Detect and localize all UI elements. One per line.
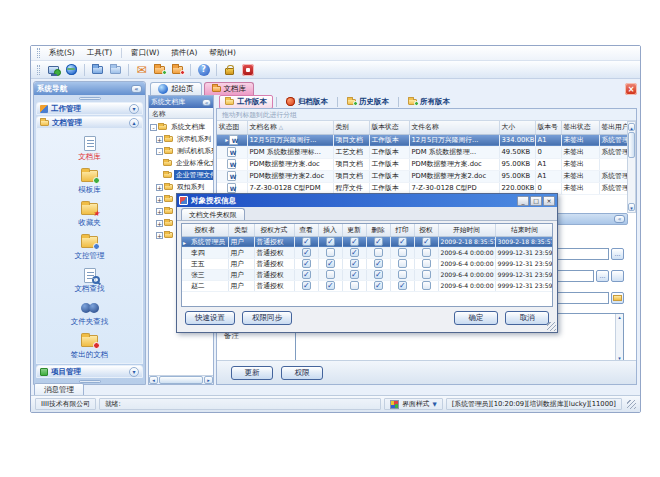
- menu-window[interactable]: 窗口(W): [125, 47, 165, 59]
- folder-remove-icon[interactable]: [170, 62, 185, 77]
- permission-checkbox-unchecked[interactable]: [374, 248, 383, 257]
- permission-checkbox-checked[interactable]: [326, 259, 335, 268]
- minimize-button[interactable]: [517, 196, 529, 206]
- tab-history-version[interactable]: 历史版本: [341, 95, 395, 109]
- column-header-checkout-status[interactable]: 签出状态: [561, 121, 599, 134]
- permission-checkbox-checked[interactable]: [302, 270, 311, 279]
- permission-checkbox-checked[interactable]: [374, 270, 383, 279]
- cancel-button[interactable]: 取消: [505, 311, 549, 325]
- column-header-update[interactable]: 更新: [342, 224, 366, 236]
- column-header-auth-mode[interactable]: 授权方式: [254, 224, 294, 236]
- collapse-icon[interactable]: [156, 148, 163, 155]
- collapse-icon[interactable]: [150, 124, 157, 131]
- sidebar-item-doc-search[interactable]: 文档查找: [37, 264, 142, 297]
- column-header-insert[interactable]: 插入: [318, 224, 342, 236]
- tree-column-header[interactable]: 名称: [149, 108, 213, 119]
- tree-node-root[interactable]: 系统文档库: [149, 121, 213, 133]
- computer-sync-icon[interactable]: [46, 62, 61, 77]
- column-header-authorize[interactable]: 授权: [414, 224, 438, 236]
- column-header-docname[interactable]: 文档名称: [247, 121, 333, 134]
- textarea-scrollbar[interactable]: ▴▾: [615, 314, 623, 362]
- column-header-filename[interactable]: 文件名称: [409, 121, 499, 134]
- tree-node-selected[interactable]: 企业管理文件: [149, 169, 213, 181]
- close-icon[interactable]: [543, 196, 555, 206]
- column-header-view[interactable]: 查看: [294, 224, 318, 236]
- tab-archive-version[interactable]: 归档版本: [280, 95, 334, 109]
- permission-checkbox-unchecked[interactable]: [422, 281, 431, 290]
- update-button[interactable]: 更新: [231, 366, 273, 380]
- mail-icon[interactable]: [134, 62, 149, 77]
- expand-icon[interactable]: [156, 184, 163, 191]
- table-row[interactable]: 王五用户普通授权2009-6-4 0:00:009999-12-31 23:59…: [182, 258, 553, 269]
- column-header-grantee[interactable]: 授权者: [182, 224, 228, 236]
- permission-checkbox-checked[interactable]: [302, 237, 311, 246]
- group-project-management[interactable]: 项目管理: [36, 365, 143, 378]
- permission-checkbox-checked[interactable]: [374, 259, 383, 268]
- chevron-down-icon[interactable]: [129, 367, 139, 377]
- permission-checkbox-checked[interactable]: [350, 237, 359, 246]
- column-header-category[interactable]: 类别: [333, 121, 369, 134]
- tree-h-scrollbar[interactable]: [149, 375, 213, 384]
- quick-setup-button[interactable]: 快速设置: [185, 311, 235, 325]
- permission-checkbox-checked[interactable]: [350, 259, 359, 268]
- perm-sync-button[interactable]: 权限同步: [242, 311, 292, 325]
- ok-button[interactable]: 确定: [454, 311, 498, 325]
- permission-checkbox-unchecked[interactable]: [398, 270, 407, 279]
- tree-node[interactable]: 演示机系列: [149, 133, 213, 145]
- table-row[interactable]: 12月5日万兴隆周行...项目文档工作版本12月5日万兴隆周行...334.00…: [217, 134, 627, 146]
- menubar-grip[interactable]: [37, 48, 40, 58]
- permission-checkbox-unchecked[interactable]: [326, 248, 335, 257]
- pin-button[interactable]: [202, 99, 211, 106]
- sidebar-splitter[interactable]: [34, 95, 145, 101]
- collapse-sidebar-button[interactable]: [131, 85, 142, 93]
- open-folder-icon[interactable]: [90, 62, 105, 77]
- menu-system[interactable]: 系统(S): [43, 47, 81, 59]
- menu-help[interactable]: 帮助(H): [203, 47, 242, 59]
- ellipsis-button[interactable]: [611, 248, 624, 260]
- table-row[interactable]: 李四用户普通授权2009-6-4 0:00:009999-12-31 23:59…: [182, 247, 553, 258]
- exit-icon[interactable]: [240, 62, 255, 77]
- ui-style-dropdown[interactable]: 界面样式: [384, 398, 442, 410]
- tab-doc-library[interactable]: 文档库: [204, 82, 255, 95]
- group-by-bar[interactable]: 拖动列标题到此进行分组: [217, 109, 636, 121]
- maximize-button[interactable]: [530, 196, 542, 206]
- permission-checkbox-checked[interactable]: [398, 281, 407, 290]
- menu-tools[interactable]: 工具(T): [81, 47, 118, 59]
- permission-checkbox-unchecked[interactable]: [422, 259, 431, 268]
- resize-grip[interactable]: [547, 322, 556, 331]
- permission-checkbox-checked[interactable]: [422, 237, 431, 246]
- group-work-management[interactable]: 工作管理: [36, 102, 143, 115]
- expand-icon[interactable]: [156, 220, 163, 227]
- permission-checkbox-checked[interactable]: [302, 248, 311, 257]
- toolbar-grip[interactable]: [37, 65, 40, 75]
- grid-vertical-scrollbar[interactable]: [627, 121, 636, 213]
- tab-folder-permissions[interactable]: 文档文件夹权限: [181, 208, 245, 220]
- permission-checkbox-checked[interactable]: [374, 237, 383, 246]
- permission-checkbox-checked[interactable]: [302, 259, 311, 268]
- folder-mail-icon[interactable]: [152, 62, 167, 77]
- browse-folder-button[interactable]: [611, 292, 624, 304]
- permission-checkbox-unchecked[interactable]: [350, 281, 359, 290]
- expand-icon[interactable]: [156, 196, 163, 203]
- expand-icon[interactable]: [156, 208, 163, 215]
- tab-all-versions[interactable]: 所有版本: [402, 95, 456, 109]
- table-row[interactable]: PDM数据整理方案.doc项目文档工作版本PDM数据整理方案.doc95.00K…: [217, 158, 627, 170]
- table-row[interactable]: 张三用户普通授权2009-6-4 0:00:009999-12-31 23:59…: [182, 269, 553, 280]
- menu-plugins[interactable]: 插件(A): [165, 47, 203, 59]
- permission-checkbox-checked[interactable]: [398, 237, 407, 246]
- column-header-status[interactable]: 状态图: [217, 121, 247, 134]
- tab-work-version[interactable]: 工作版本: [219, 95, 273, 109]
- permission-checkbox-unchecked[interactable]: [398, 248, 407, 257]
- folder-icon[interactable]: [108, 62, 123, 77]
- group-doc-management[interactable]: 文档管理: [36, 116, 143, 129]
- statusbar-resize-grip[interactable]: [627, 400, 636, 409]
- table-row[interactable]: PDM数据整理方案2.doc项目文档工作版本PDM数据整理方案2.doc95.0…: [217, 170, 627, 182]
- column-header-end-time[interactable]: 结束时间: [495, 224, 553, 236]
- tree-node[interactable]: 测试机机系列: [149, 145, 213, 157]
- help-icon[interactable]: [196, 62, 211, 77]
- lock-icon[interactable]: [222, 62, 237, 77]
- permission-checkbox-checked[interactable]: [374, 281, 383, 290]
- chevron-down-icon[interactable]: [129, 104, 139, 114]
- dialog-titlebar[interactable]: 对象授权信息: [177, 194, 557, 207]
- sidebar-item-template-library[interactable]: 模板库: [37, 165, 142, 198]
